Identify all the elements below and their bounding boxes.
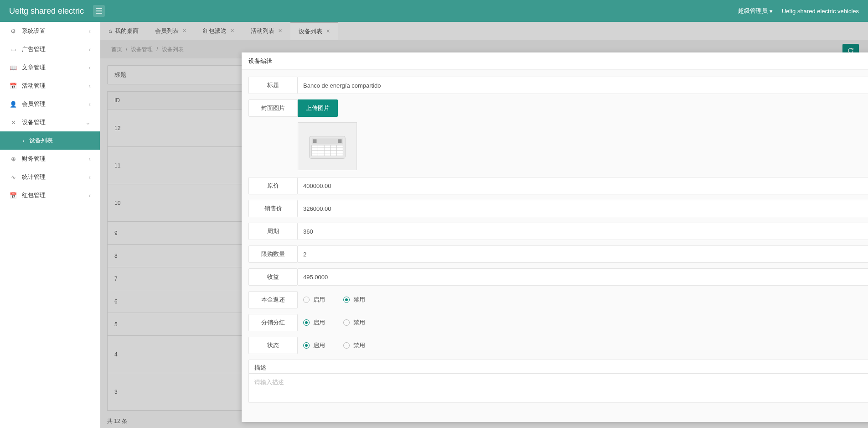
sidebar-item-activities[interactable]: 📅 活动管理 ‹	[0, 77, 100, 95]
title-label: 标题	[248, 77, 298, 94]
sidebar-item-redpacket[interactable]: 📅 红包管理 ‹	[0, 186, 100, 204]
cover-label: 封面图片	[248, 99, 298, 117]
chevron-left-icon: ‹	[88, 64, 91, 71]
distribution-disable-radio[interactable]: 禁用	[343, 318, 365, 327]
image-icon: ▭	[9, 46, 17, 53]
chevron-left-icon: ‹	[88, 82, 91, 89]
sidebar-item-stats[interactable]: ∿ 统计管理 ‹	[0, 168, 100, 186]
description-textarea[interactable]	[249, 374, 868, 401]
status-enable-radio[interactable]: 启用	[303, 341, 325, 350]
chevron-left-icon: ‹	[88, 155, 91, 162]
sidebar-subitem-device-list[interactable]: › 设备列表	[0, 131, 100, 150]
gift-icon: 📅	[9, 192, 17, 199]
app-name-label: Ueltg shared electric vehicles	[782, 8, 859, 15]
sale-price-input[interactable]	[298, 200, 868, 217]
principal-disable-radio[interactable]: 禁用	[343, 296, 365, 304]
device-edit-modal: 设备编辑 标题 封面图片 上传图片	[242, 52, 868, 422]
period-label: 周期	[248, 223, 298, 240]
logo-text: Ueltg shared electric	[9, 6, 84, 16]
distribution-label: 分销分红	[248, 314, 298, 331]
title-input[interactable]	[298, 77, 868, 94]
sidebar-item-ads[interactable]: ▭ 广告管理 ‹	[0, 40, 100, 58]
sidebar-item-devices[interactable]: ✕ 设备管理 ⌄	[0, 113, 100, 131]
description-label: 描述	[249, 360, 868, 374]
caret-down-icon: ▾	[770, 8, 773, 15]
gear-icon: ⚙	[9, 28, 17, 35]
status-label: 状态	[248, 337, 298, 354]
principal-enable-radio[interactable]: 启用	[303, 296, 325, 304]
modal-header: 设备编辑	[242, 52, 868, 70]
principal-return-label: 本金返还	[248, 291, 298, 308]
profit-label: 收益	[248, 268, 298, 286]
chevron-left-icon: ‹	[88, 100, 91, 108]
user-icon: 👤	[9, 101, 17, 108]
image-preview[interactable]	[298, 122, 357, 170]
profit-input[interactable]	[298, 268, 868, 286]
distribution-enable-radio[interactable]: 启用	[303, 318, 325, 327]
upload-image-button[interactable]: 上传图片	[298, 99, 338, 117]
period-input[interactable]	[298, 223, 868, 240]
description-box: 描述	[248, 360, 868, 403]
device-thumbnail-icon	[298, 123, 356, 170]
limit-label: 限购数量	[248, 245, 298, 263]
wrench-icon: ✕	[9, 119, 17, 126]
chevron-left-icon: ‹	[88, 192, 91, 199]
status-disable-radio[interactable]: 禁用	[343, 341, 365, 350]
chevron-left-icon: ‹	[88, 46, 91, 53]
limit-input[interactable]	[298, 245, 868, 263]
app-header: Ueltg shared electric 超级管理员 ▾ Ueltg shar…	[0, 0, 868, 22]
chart-icon: ∿	[9, 174, 17, 181]
chevron-left-icon: ‹	[88, 27, 91, 35]
chevron-right-icon: ›	[23, 138, 25, 143]
sidebar-item-members[interactable]: 👤 会员管理 ‹	[0, 95, 100, 113]
chevron-left-icon: ‹	[88, 173, 91, 181]
sidebar-item-system[interactable]: ⚙ 系统设置 ‹	[0, 22, 100, 40]
svg-rect-5	[338, 139, 342, 143]
menu-toggle-button[interactable]	[93, 5, 105, 17]
chevron-down-icon: ⌄	[85, 119, 91, 126]
money-icon: ⊕	[9, 156, 17, 162]
sidebar-item-finance[interactable]: ⊕ 财务管理 ‹	[0, 150, 100, 168]
book-icon: 📖	[9, 64, 17, 71]
user-role-dropdown[interactable]: 超级管理员 ▾	[738, 7, 773, 15]
hamburger-icon	[96, 8, 102, 14]
svg-rect-4	[313, 139, 317, 143]
original-price-label: 原价	[248, 177, 298, 194]
original-price-input[interactable]	[298, 177, 868, 194]
sale-price-label: 销售价	[248, 200, 298, 217]
modal-title: 设备编辑	[248, 57, 868, 65]
modal-body: 标题 封面图片 上传图片	[242, 70, 868, 422]
calendar-icon: 📅	[9, 83, 17, 89]
sidebar: ⚙ 系统设置 ‹ ▭ 广告管理 ‹ 📖 文章管理 ‹ 📅 活动管理 ‹ 👤 会员…	[0, 22, 100, 428]
sidebar-item-articles[interactable]: 📖 文章管理 ‹	[0, 58, 100, 77]
